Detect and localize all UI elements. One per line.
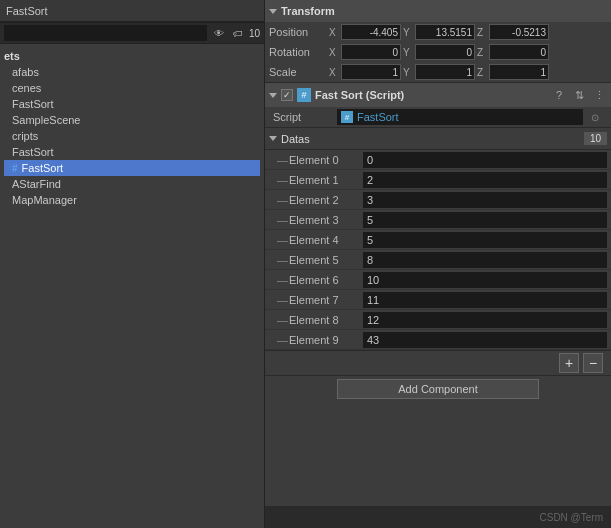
script-header-icons: ? ⇅ ⋮ (551, 87, 607, 103)
element-value-3[interactable]: 5 (363, 212, 607, 228)
position-x-input[interactable] (341, 24, 401, 40)
position-z-input[interactable] (489, 24, 549, 40)
eye-icon[interactable]: 👁 (211, 25, 227, 41)
remove-element-button[interactable]: − (583, 353, 603, 373)
asset-item-mapmanager[interactable]: MapManager (4, 192, 260, 208)
footer-bar: CSDN @Term (265, 506, 611, 528)
element-row-4: — Element 4 5 (265, 230, 611, 250)
element-value-1[interactable]: 2 (363, 172, 607, 188)
position-row: Position X Y Z (265, 22, 611, 42)
datas-header: Datas 10 (265, 128, 611, 150)
script-field-row: Script # FastSort ⊙ (265, 107, 611, 127)
position-xyz: X Y Z (329, 24, 607, 40)
assets-header: ets (4, 48, 260, 64)
rotation-label: Rotation (269, 46, 327, 58)
element-value-2[interactable]: 3 (363, 192, 607, 208)
scale-x-label: X (329, 67, 339, 78)
element-row-9: — Element 9 43 (265, 330, 611, 350)
dash-3: — (277, 214, 285, 226)
left-bottom: 👁 🏷 10 ets afabs cenes FastSort SampleSc… (0, 22, 264, 528)
watermark-text: CSDN @Term (540, 512, 604, 523)
script-target-icon[interactable]: ⊙ (587, 109, 603, 125)
dash-5: — (277, 254, 285, 266)
transform-collapse-icon[interactable] (269, 9, 277, 14)
dash-7: — (277, 294, 285, 306)
element-label-4: Element 4 (289, 234, 359, 246)
asset-label: FastSort (12, 98, 54, 110)
scale-z-input[interactable] (489, 64, 549, 80)
element-value-7[interactable]: 11 (363, 292, 607, 308)
scale-label: Scale (269, 66, 327, 78)
help-icon[interactable]: ? (551, 87, 567, 103)
asset-item-fastsort1[interactable]: FastSort (4, 96, 260, 112)
script-field-value[interactable]: # FastSort (337, 109, 583, 125)
script-icon-left: # (12, 163, 18, 174)
menu-icon[interactable]: ⋮ (591, 87, 607, 103)
scale-row: Scale X Y Z (265, 62, 611, 82)
dash-1: — (277, 174, 285, 186)
count-badge: 10 (249, 25, 260, 41)
search-input[interactable] (4, 25, 207, 41)
settings-icon[interactable]: ⇅ (571, 87, 587, 103)
element-label-0: Element 0 (289, 154, 359, 166)
tag-icon[interactable]: 🏷 (230, 25, 246, 41)
element-value-9[interactable]: 43 (363, 332, 607, 348)
element-value-8[interactable]: 12 (363, 312, 607, 328)
transform-title: Transform (281, 5, 335, 17)
element-value-5[interactable]: 8 (363, 252, 607, 268)
datas-section: Datas 10 — Element 0 0 — Element 1 2 — E… (265, 128, 611, 376)
rotation-row: Rotation X Y Z (265, 42, 611, 62)
rotation-xyz: X Y Z (329, 44, 607, 60)
scale-xyz: X Y Z (329, 64, 607, 80)
asset-item-cenes[interactable]: cenes (4, 80, 260, 96)
add-element-button[interactable]: + (559, 353, 579, 373)
position-y-input[interactable] (415, 24, 475, 40)
script-checkbox[interactable] (281, 89, 293, 101)
left-panel: FastSort 👁 🏷 10 ets afabs cenes FastSort… (0, 0, 265, 528)
asset-item-fastsort3[interactable]: # FastSort (4, 160, 260, 176)
asset-item-cripts[interactable]: cripts (4, 128, 260, 144)
script-title: Fast Sort (Script) (315, 89, 547, 101)
element-value-0[interactable]: 0 (363, 152, 607, 168)
dash-6: — (277, 274, 285, 286)
script-header: # Fast Sort (Script) ? ⇅ ⋮ (265, 83, 611, 107)
asset-label: SampleScene (12, 114, 81, 126)
search-icons: 👁 🏷 10 (211, 25, 260, 41)
asset-item-astarfind[interactable]: AStarFind (4, 176, 260, 192)
transform-header: Transform (265, 0, 611, 22)
assets-section: ets afabs cenes FastSort SampleScene cri… (0, 44, 264, 210)
rotation-z-input[interactable] (489, 44, 549, 60)
scale-x-input[interactable] (341, 64, 401, 80)
element-label-2: Element 2 (289, 194, 359, 206)
asset-label: FastSort (12, 146, 54, 158)
fastsort-title: FastSort (6, 5, 48, 17)
asset-item-afabs[interactable]: afabs (4, 64, 260, 80)
add-component-button[interactable]: Add Component (337, 379, 539, 399)
rotation-z-label: Z (477, 47, 487, 58)
position-x-label: X (329, 27, 339, 38)
element-row-6: — Element 6 10 (265, 270, 611, 290)
datas-label: Datas (281, 133, 580, 145)
asset-label: MapManager (12, 194, 77, 206)
script-value: FastSort (357, 111, 399, 123)
element-label-5: Element 5 (289, 254, 359, 266)
asset-label: cenes (12, 82, 41, 94)
asset-item-samplescene[interactable]: SampleScene (4, 112, 260, 128)
element-value-4[interactable]: 5 (363, 232, 607, 248)
dash-4: — (277, 234, 285, 246)
element-row-2: — Element 2 3 (265, 190, 611, 210)
rotation-x-label: X (329, 47, 339, 58)
element-label-3: Element 3 (289, 214, 359, 226)
script-section: # Fast Sort (Script) ? ⇅ ⋮ Script # Fast… (265, 83, 611, 128)
asset-item-fastsort2[interactable]: FastSort (4, 144, 260, 160)
rotation-x-input[interactable] (341, 44, 401, 60)
datas-collapse-icon[interactable] (269, 136, 277, 141)
script-collapse-icon[interactable] (269, 93, 277, 98)
asset-label: afabs (12, 66, 39, 78)
transform-section: Transform Position X Y Z Rotation X Y Z (265, 0, 611, 83)
element-controls: + − (265, 350, 611, 376)
fastsort-script-icon: # (341, 111, 353, 123)
element-value-6[interactable]: 10 (363, 272, 607, 288)
scale-y-input[interactable] (415, 64, 475, 80)
rotation-y-input[interactable] (415, 44, 475, 60)
